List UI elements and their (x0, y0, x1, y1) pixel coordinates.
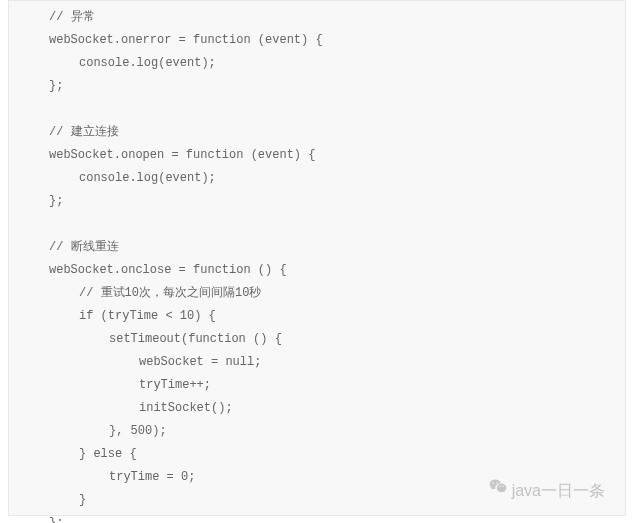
code-line (9, 213, 625, 236)
code-line: webSocket.onclose = function () { (9, 259, 625, 282)
code-line: if (tryTime < 10) { (9, 305, 625, 328)
code-line: webSocket.onopen = function (event) { (9, 144, 625, 167)
code-line (9, 98, 625, 121)
code-lines: // 异常webSocket.onerror = function (event… (9, 1, 625, 523)
code-line: initSocket(); (9, 397, 625, 420)
code-line: }; (9, 75, 625, 98)
code-line: } else { (9, 443, 625, 466)
code-line: setTimeout(function () { (9, 328, 625, 351)
code-line: }; (9, 190, 625, 213)
code-line: console.log(event); (9, 52, 625, 75)
code-line: // 断线重连 (9, 236, 625, 259)
code-line: webSocket.onerror = function (event) { (9, 29, 625, 52)
code-line: webSocket = null; (9, 351, 625, 374)
code-line: // 建立连接 (9, 121, 625, 144)
code-line: // 重试10次，每次之间间隔10秒 (9, 282, 625, 305)
code-line: tryTime = 0; (9, 466, 625, 489)
code-line: console.log(event); (9, 167, 625, 190)
code-line: } (9, 489, 625, 512)
code-block: // 异常webSocket.onerror = function (event… (8, 0, 626, 516)
code-line: }; (9, 512, 625, 523)
code-line: }, 500); (9, 420, 625, 443)
code-line: // 异常 (9, 6, 625, 29)
code-line: tryTime++; (9, 374, 625, 397)
